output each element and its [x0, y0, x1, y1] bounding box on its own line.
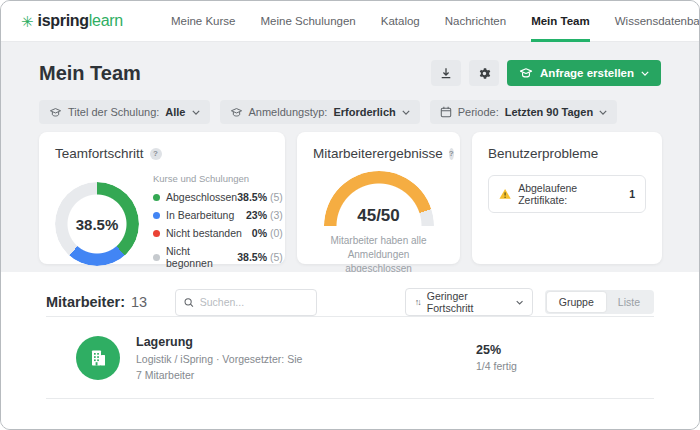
view-toggle-list[interactable]: Liste [606, 292, 652, 312]
employees-section: Mitarbeiter: 13 ↑↓ Geringer Fortschritt … [1, 272, 699, 429]
legend-item-failed: Nicht bestanden 0% (0) [153, 227, 283, 239]
expired-certificates-chip[interactable]: Abgelaufene Zertifikate: 1 [488, 175, 646, 213]
filter-value: Alle [165, 106, 185, 118]
issue-count: 1 [629, 188, 635, 200]
user-issues-card: Benutzerprobleme Abgelaufene Zertifikate… [472, 132, 662, 264]
gear-icon [478, 67, 491, 80]
download-icon [440, 67, 452, 79]
sort-dropdown[interactable]: ↑↓ Geringer Fortschritt [405, 288, 533, 316]
chevron-down-icon [402, 110, 410, 115]
legend-dot [153, 254, 160, 261]
employees-header: Mitarbeiter: 13 ↑↓ Geringer Fortschritt … [46, 272, 654, 316]
sort-value: Geringer Fortschritt [427, 290, 509, 314]
gauge-value: 45/50 [324, 206, 434, 226]
legend-label: Nicht begonnen [166, 245, 237, 269]
legend-item-completed: Abgeschlossen 38.5% (5) [153, 191, 283, 203]
group-name: Lagerung [136, 335, 302, 349]
gauge-caption: Mitarbeiter haben alle Anmeldungen abges… [313, 234, 444, 276]
legend-count: (0) [270, 227, 283, 239]
legend-title: Kurse und Schulungen [153, 173, 283, 184]
page-title: Mein Team [39, 62, 141, 85]
ispring-learn-logo[interactable]: ✳ ispringlearn [21, 12, 123, 30]
filter-training-title[interactable]: Titel der Schulung: Alle [39, 100, 210, 124]
legend-label: Nicht bestanden [166, 227, 242, 239]
group-members-count: 7 Mitarbeiter [136, 369, 302, 381]
help-icon[interactable]: ? [150, 148, 162, 160]
donut-legend: Kurse und Schulungen Abgeschlossen 38.5%… [153, 173, 283, 275]
logo-text-ispring: ispring [38, 12, 89, 29]
legend-pct: 38.5% [237, 191, 267, 203]
employee-results-title: Mitarbeiterergebnisse [313, 146, 443, 161]
nav-menu: Meine Kurse Meine Schulungen Katalog Nac… [171, 1, 700, 42]
employee-results-gauge-chart: 45/50 [324, 171, 434, 226]
view-toggle: Gruppe Liste [545, 290, 654, 314]
group-subtitle: Logistik / iSpring · Vorgesetzter: Sie [136, 353, 302, 365]
employees-title: Mitarbeiter: [46, 294, 125, 310]
team-progress-card: Teamfortschritt ? 38.5% Kurse und Schulu… [39, 132, 285, 264]
calendar-icon [440, 106, 452, 118]
nav-item-meine-kurse[interactable]: Meine Kurse [171, 1, 236, 42]
ispring-logo-icon: ✳ [21, 14, 34, 29]
legend-dot [153, 194, 160, 201]
legend-item-not-started: Nicht begonnen 38.5% (5) [153, 245, 283, 269]
create-request-button[interactable]: Anfrage erstellen [507, 60, 661, 86]
download-report-button[interactable] [431, 60, 461, 86]
nav-item-mein-team[interactable]: Mein Team [531, 1, 590, 42]
dashboard-cards: Teamfortschritt ? 38.5% Kurse und Schulu… [39, 132, 661, 264]
filter-label: Periode: [458, 106, 499, 118]
graduation-cap-icon [49, 107, 62, 118]
filter-period[interactable]: Periode: Letzten 90 Tagen [430, 100, 617, 124]
legend-pct: 0% [252, 227, 267, 239]
search-box [175, 289, 317, 316]
employees-count: 13 [131, 294, 147, 310]
nav-item-meine-schulungen[interactable]: Meine Schulungen [260, 1, 355, 42]
group-row-lagerung[interactable]: Lagerung Logistik / iSpring · Vorgesetzt… [46, 317, 654, 398]
group-progress-percent: 25% [476, 343, 536, 357]
employee-results-card: Mitarbeiterergebnisse ? 45/50 Mitarbeite… [297, 132, 460, 264]
legend-dot [153, 212, 160, 219]
legend-count: (3) [270, 209, 283, 221]
chevron-down-icon [599, 110, 607, 115]
legend-label: Abgeschlossen [166, 191, 237, 203]
legend-pct: 38.5% [237, 251, 267, 263]
logo-text-learn: learn [89, 12, 123, 29]
issue-label: Abgelaufene Zertifikate: [518, 182, 622, 206]
graduation-cap-icon [230, 107, 243, 118]
filter-enrollment-type[interactable]: Anmeldungstyp: Erforderlich [220, 100, 420, 124]
filter-value: Erforderlich [333, 106, 395, 118]
legend-count: (5) [270, 191, 283, 203]
legend-dot [153, 230, 160, 237]
chevron-down-icon [192, 110, 200, 115]
top-navigation: ✳ ispringlearn Meine Kurse Meine Schulun… [1, 1, 699, 42]
divider [46, 398, 654, 399]
legend-count: (5) [270, 251, 283, 263]
legend-item-in-progress: In Bearbeitung 23% (3) [153, 209, 283, 221]
graduation-request-icon [519, 67, 533, 79]
group-progress-done: 1/4 fertig [476, 360, 536, 372]
search-input[interactable] [200, 296, 308, 308]
nav-item-katalog[interactable]: Katalog [381, 1, 420, 42]
filter-label: Titel der Schulung: [68, 106, 159, 118]
warning-icon [499, 188, 511, 200]
chevron-down-icon [641, 71, 649, 76]
group-progress: 25% 1/4 fertig [476, 343, 536, 372]
filter-bar: Titel der Schulung: Alle Anmeldungstyp: … [39, 100, 661, 124]
create-request-label: Anfrage erstellen [540, 67, 634, 79]
sort-arrows-icon: ↑↓ [415, 297, 420, 307]
filter-value: Letzten 90 Tagen [505, 106, 593, 118]
user-issues-title: Benutzerprobleme [488, 146, 598, 161]
team-progress-title: Teamfortschritt [55, 146, 144, 161]
building-icon [88, 348, 108, 368]
help-icon[interactable]: ? [449, 148, 454, 160]
nav-item-wissensdatenbank[interactable]: Wissensdatenbank [615, 1, 700, 42]
view-toggle-group[interactable]: Gruppe [547, 292, 606, 312]
legend-pct: 23% [246, 209, 267, 221]
settings-button[interactable] [469, 60, 499, 86]
filter-label: Anmeldungstyp: [249, 106, 328, 118]
search-icon [184, 297, 194, 308]
dashboard-section: Mein Team Anfrage erstellen Titel der [1, 42, 699, 264]
nav-item-nachrichten[interactable]: Nachrichten [445, 1, 506, 42]
group-avatar [76, 336, 120, 380]
team-progress-donut-chart: 38.5% [55, 182, 139, 266]
donut-center-value: 38.5% [55, 182, 139, 266]
